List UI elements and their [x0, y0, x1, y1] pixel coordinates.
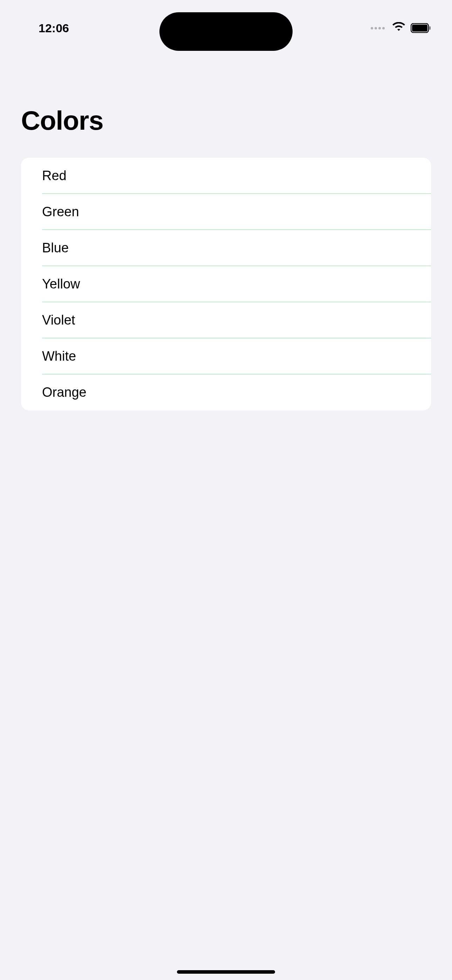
list-item-label: Orange [42, 385, 86, 399]
list-item-label: Blue [42, 240, 69, 255]
list-item[interactable]: Green [21, 194, 431, 230]
list-item[interactable]: Yellow [21, 266, 431, 302]
svg-rect-2 [429, 26, 431, 30]
list-item[interactable]: Red [21, 158, 431, 194]
wifi-icon [392, 22, 406, 34]
list-item[interactable]: Blue [21, 230, 431, 266]
cellular-signal-icon [371, 27, 385, 29]
battery-icon [411, 23, 431, 33]
status-time: 12:06 [38, 21, 69, 35]
list-item[interactable]: Violet [21, 302, 431, 338]
colors-list: Red Green Blue Yellow Violet White Orang… [21, 158, 431, 410]
dynamic-island [159, 12, 293, 51]
home-indicator[interactable] [177, 970, 275, 974]
list-item-label: Green [42, 204, 79, 219]
list-item[interactable]: White [21, 338, 431, 374]
list-item-label: Violet [42, 313, 75, 328]
status-bar: 12:06 [0, 0, 452, 42]
page-title: Colors [21, 105, 103, 136]
list-item-label: White [42, 349, 76, 363]
list-item[interactable]: Orange [21, 374, 431, 410]
status-right [371, 22, 431, 34]
list-item-label: Yellow [42, 277, 80, 291]
svg-rect-1 [412, 24, 428, 32]
list-item-label: Red [42, 168, 67, 183]
